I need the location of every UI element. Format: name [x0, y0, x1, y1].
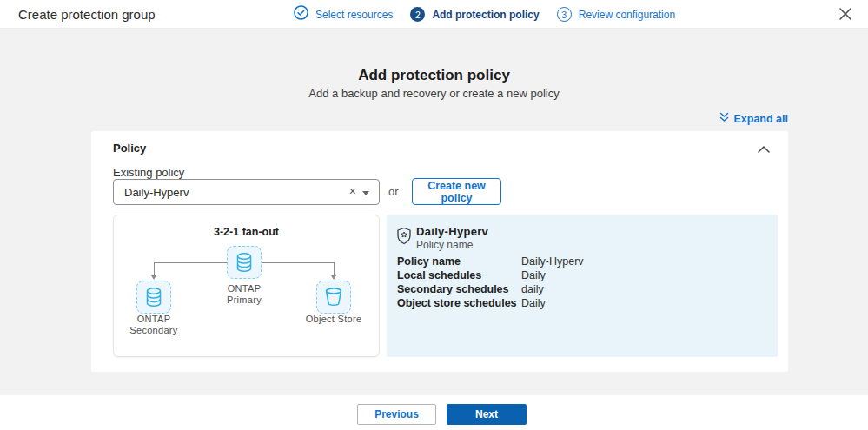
- node-label: ONTAP: [201, 283, 288, 294]
- summary-row: Secondary schedules daily: [397, 282, 762, 296]
- expand-all-label: Expand all: [733, 113, 788, 125]
- step-label: Select resources: [315, 9, 393, 21]
- summary-row-label: Object store schedules: [397, 297, 521, 309]
- policy-section-title: Policy: [113, 142, 146, 155]
- arrow-down-icon: [331, 275, 336, 280]
- policy-summary-panel: Daily-Hyperv Policy name Policy name Dai…: [387, 215, 778, 357]
- step-complete-check-icon: [294, 5, 308, 23]
- shield-policy-icon: [396, 227, 412, 248]
- summary-row-label: Local schedules: [397, 269, 521, 281]
- step-subheading: Add a backup and recovery or create a ne…: [0, 87, 868, 100]
- step-label: Add protection policy: [432, 9, 539, 21]
- summary-row: Policy name Daily-Hyperv: [397, 255, 762, 268]
- wizard-stepper: Select resources 2 Add protection policy…: [294, 0, 675, 29]
- arrow-down-icon: [151, 275, 156, 280]
- summary-policy-subtitle: Policy name: [416, 239, 473, 251]
- summary-row: Object store schedules Daily: [397, 296, 762, 310]
- connector-line: [334, 262, 335, 276]
- policy-card: Policy Existing policy Daily-Hyperv × or…: [91, 131, 788, 372]
- summary-row-value: Daily: [521, 269, 546, 281]
- node-ontap-primary: [227, 246, 262, 279]
- wizard-footer: Previous Next: [0, 395, 868, 430]
- step-heading: Add protection policy: [0, 67, 868, 84]
- node-label: ONTAP: [114, 314, 194, 324]
- summary-row-value: Daily: [521, 297, 546, 309]
- step-number-badge: 3: [557, 7, 572, 22]
- next-button[interactable]: Next: [447, 404, 527, 425]
- wizard-header: Create protection group Select resources…: [0, 0, 868, 29]
- summary-row: Local schedules Daily: [397, 268, 762, 282]
- double-chevron-down-icon: [719, 112, 729, 125]
- node-label: Object Store: [294, 314, 374, 324]
- connector-line: [154, 262, 227, 263]
- selected-policy-value: Daily-Hyperv: [124, 186, 189, 199]
- step-add-protection-policy[interactable]: 2 Add protection policy: [410, 7, 539, 22]
- database-icon: [235, 252, 254, 273]
- summary-row-value: daily: [521, 283, 544, 295]
- step-number-badge: 2: [410, 7, 425, 22]
- node-object-store: [316, 281, 351, 314]
- node-label: Secondary: [114, 325, 194, 335]
- chevron-up-icon[interactable]: [757, 142, 771, 153]
- connector-line: [262, 262, 334, 263]
- step-label: Review configuration: [579, 9, 675, 21]
- or-label: or: [388, 185, 399, 198]
- summary-row-label: Policy name: [397, 255, 521, 268]
- node-label: Primary: [201, 294, 288, 305]
- summary-row-value: Daily-Hyperv: [521, 255, 584, 268]
- policy-topology-diagram: 3-2-1 fan-out: [113, 215, 380, 357]
- previous-button[interactable]: Previous: [357, 404, 436, 425]
- clear-selection-icon[interactable]: ×: [349, 184, 356, 198]
- summary-policy-name: Daily-Hyperv: [416, 225, 488, 238]
- summary-rows: Policy name Daily-Hyperv Local schedules…: [397, 255, 762, 310]
- step-review-configuration[interactable]: 3 Review configuration: [557, 7, 675, 22]
- expand-all-link[interactable]: Expand all: [719, 112, 788, 125]
- summary-row-label: Secondary schedules: [397, 283, 521, 295]
- bucket-icon: [323, 287, 344, 308]
- create-new-policy-button[interactable]: Create new policy: [412, 178, 501, 205]
- page-title: Create protection group: [18, 7, 156, 22]
- database-icon: [144, 287, 163, 308]
- connector-line: [154, 262, 155, 276]
- existing-policy-select[interactable]: Daily-Hyperv ×: [113, 179, 380, 205]
- close-icon[interactable]: [837, 5, 854, 23]
- existing-policy-label: Existing policy: [113, 166, 184, 179]
- chevron-down-icon[interactable]: [362, 191, 369, 195]
- node-ontap-secondary: [136, 281, 171, 314]
- diagram-title: 3-2-1 fan-out: [114, 226, 379, 238]
- step-select-resources[interactable]: Select resources: [294, 5, 393, 23]
